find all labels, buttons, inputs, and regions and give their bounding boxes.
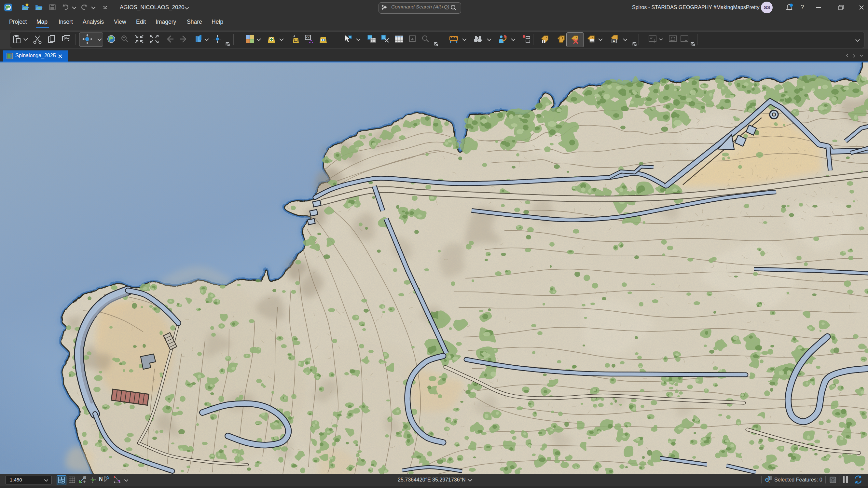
svg-text:XY: XY — [306, 36, 310, 39]
svg-text:A: A — [613, 39, 615, 43]
